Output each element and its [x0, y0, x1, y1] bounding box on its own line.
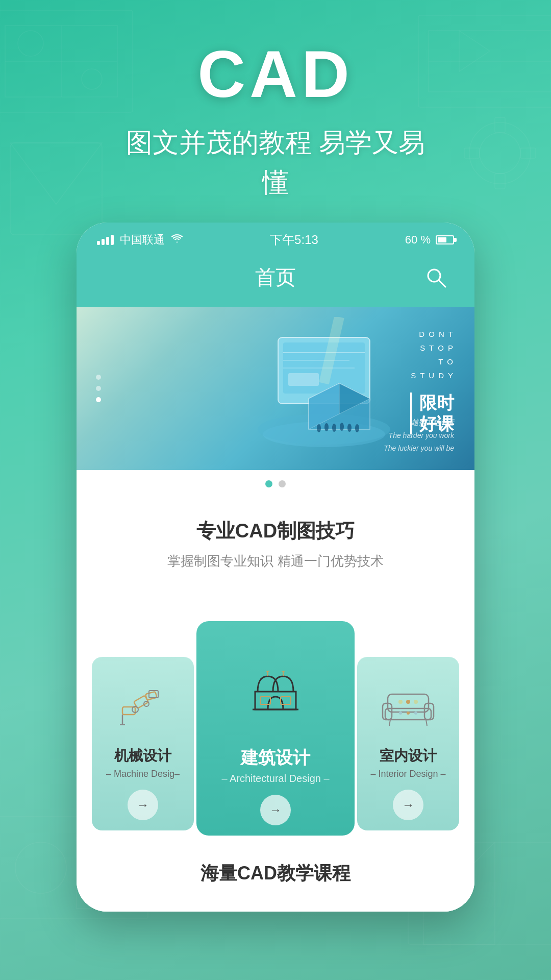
- dot-1[interactable]: [265, 480, 272, 487]
- card-machine-en: – Machine Desig–: [106, 769, 180, 779]
- subtitle: 图文并茂的教程 易学又易 懂: [31, 122, 520, 202]
- battery-icon: [436, 235, 454, 244]
- dot-2[interactable]: [279, 480, 286, 487]
- wifi-icon: [171, 233, 183, 247]
- card-machine-arrow[interactable]: →: [128, 790, 158, 820]
- svg-point-68: [398, 700, 403, 704]
- svg-rect-51: [255, 692, 296, 709]
- svg-line-24: [439, 280, 445, 287]
- search-button[interactable]: [423, 265, 449, 290]
- svg-point-72: [407, 712, 410, 715]
- banner-bottom-text: 越努力越幸运 The harder you work The luckier y…: [384, 416, 454, 455]
- svg-point-73: [414, 712, 417, 715]
- svg-point-70: [414, 700, 418, 704]
- svg-line-66: [389, 720, 390, 726]
- card-arch-en: – Architectural Design –: [221, 773, 329, 785]
- svg-point-41: [355, 424, 359, 432]
- motto-en1: The harder you work: [384, 429, 454, 442]
- bottom-title: 海量CAD教学课程: [77, 861, 474, 886]
- status-left: 中国联通: [97, 232, 183, 248]
- signal-bar-4: [111, 235, 114, 245]
- signal-bar-3: [106, 237, 109, 245]
- card-interior-en: – Interior Design –: [370, 769, 445, 779]
- svg-point-40: [347, 424, 352, 432]
- card-architectural-design[interactable]: 建筑设计 – Architectural Design – →: [196, 621, 355, 836]
- carrier-name: 中国联通: [120, 232, 165, 248]
- header-section: CAD 图文并茂的教程 易学又易 懂: [0, 0, 551, 223]
- main-content: 专业CAD制图技巧 掌握制图专业知识 精通一门优势技术: [77, 498, 474, 912]
- banner-side-dots: [96, 375, 101, 402]
- svg-rect-45: [145, 691, 157, 700]
- signal-bar-1: [97, 241, 100, 245]
- banner-section: ≡ CAD HOW TO PLAY: [77, 307, 474, 470]
- main-title: CAD: [31, 41, 520, 107]
- nav-title: 首页: [255, 263, 296, 291]
- card-interior-arrow[interactable]: →: [393, 790, 423, 820]
- status-bar: 中国联通 下午5:13 60 %: [77, 223, 474, 253]
- interior-design-icon-area: [380, 667, 436, 746]
- machine-design-icon-area: [117, 667, 168, 746]
- battery-percent: 60 %: [405, 233, 431, 247]
- motto-cn: 越努力越幸运: [384, 416, 454, 429]
- svg-rect-32: [288, 373, 319, 386]
- section1-subtitle: 掌握制图专业知识 精通一门优势技术: [77, 552, 474, 570]
- cards-container: 机械设计 – Machine Desig– →: [77, 596, 474, 841]
- svg-line-67: [426, 720, 427, 726]
- status-time: 下午5:13: [270, 232, 318, 248]
- svg-point-39: [340, 423, 344, 431]
- card-interior-name: 室内设计: [380, 746, 437, 766]
- phone-mockup: 中国联通 下午5:13 60 %: [77, 223, 474, 912]
- subtitle-line2: 懂: [262, 167, 289, 197]
- subtitle-line1: 图文并茂的教程 易学又易: [126, 128, 425, 157]
- status-right: 60 %: [405, 233, 454, 247]
- section1-title: 专业CAD制图技巧: [77, 518, 474, 544]
- nav-bar: 首页: [77, 253, 474, 307]
- limited-line1: 限时: [419, 393, 454, 412]
- svg-point-38: [332, 424, 336, 432]
- card-machine-design[interactable]: 机械设计 – Machine Desig– →: [92, 657, 194, 830]
- svg-point-71: [399, 712, 402, 715]
- page-bottom: [0, 912, 551, 968]
- svg-point-69: [406, 700, 410, 704]
- svg-point-37: [324, 423, 329, 431]
- card-arch-name: 建筑设计: [241, 746, 310, 770]
- signal-bars-icon: [97, 235, 114, 245]
- dont-stop-text: D O N TS T O PT OS T U D Y: [410, 327, 454, 382]
- svg-point-36: [317, 424, 321, 432]
- card-machine-name: 机械设计: [114, 746, 171, 766]
- architectural-design-icon-area: [240, 636, 311, 746]
- phone-container: 中国联通 下午5:13 60 %: [0, 223, 551, 912]
- motto-en2: The luckier you will be: [384, 442, 454, 455]
- card-arch-arrow[interactable]: →: [260, 795, 291, 825]
- signal-bar-2: [102, 239, 105, 245]
- bottom-section: 海量CAD教学课程: [77, 841, 474, 912]
- card-interior-design[interactable]: 室内设计 – Interior Design – →: [357, 657, 459, 830]
- dots-indicator: [77, 470, 474, 498]
- svg-rect-43: [122, 707, 135, 715]
